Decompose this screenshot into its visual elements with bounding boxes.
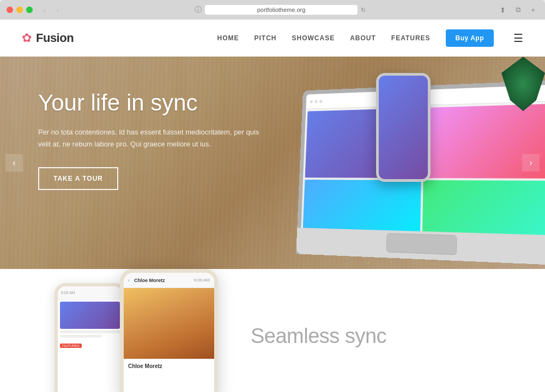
bottom-section: 9:00 AM FEATURED ‹ Chloe Moretz [0,269,545,392]
laptop-key [338,237,353,237]
laptop-key [475,240,493,240]
laptop-key [371,236,386,237]
sp-text-1 [60,330,120,333]
small-phone-time: 9:00 AM [61,291,75,295]
laptop-key [532,245,545,246]
nav-link-features[interactable]: FEATURES [391,34,431,42]
laptop-key [512,243,531,243]
laptop-key [338,238,353,239]
laptop-key [306,237,321,237]
large-phone-screen: ‹ Chloe Moretz 9:00 AM Chloe Moretz [124,273,214,392]
laptop-key [354,236,370,236]
laptop-key [512,241,531,242]
nav-link-showcase[interactable]: SHOWCASE [292,34,335,42]
laptop-key [354,237,370,237]
laptop-key [322,237,337,238]
screen-dot-1 [310,100,313,103]
laptop-key [457,242,474,242]
take-tour-button[interactable]: Take a tour [38,167,118,190]
lp-profile-info: Chloe Moretz [124,359,214,373]
laptop-key [371,239,386,240]
laptop-key [322,235,337,235]
lp-time: 9:00 AM [194,278,210,283]
small-phone-header: 9:00 AM [58,286,122,299]
laptop-key [306,236,321,236]
hero-content: Your life in sync Per no tota contention… [38,89,267,190]
lp-title: Chloe Moretz [134,278,165,283]
slider-prev-button[interactable]: ‹ [5,154,23,171]
buy-app-button[interactable]: Buy App [446,29,494,47]
laptop-key [457,240,474,241]
laptop-key [322,236,337,237]
laptop-key [532,242,545,242]
tab-overview-button[interactable]: ⧉ [512,4,523,15]
small-phone-screen: 9:00 AM FEATURED [58,286,122,392]
laptop-key [306,234,321,235]
laptop-key [371,240,386,240]
laptop-key [457,243,474,243]
sp-text-2 [60,335,102,338]
laptop-key [475,243,493,244]
laptop-key [512,244,531,245]
info-icon: ⓘ [195,5,202,15]
browser-actions: ⬆ ⧉ + [497,4,538,15]
laptop-key [354,238,370,239]
bottom-text-area: Seamless sync [251,324,512,348]
laptop-key [475,242,493,242]
laptop-key [494,240,512,241]
webpage: ✿ Fusion HOME PITCH SHOWCASE ABOUT FEATU… [0,20,545,392]
sp-badge: FEATURED [60,344,82,348]
laptop-key [494,242,512,243]
address-bar-container: ⓘ ↻ [68,5,493,15]
laptop-trackpad [386,233,457,255]
large-phone-header: ‹ Chloe Moretz 9:00 AM [124,273,214,288]
maximize-button[interactable] [26,7,33,13]
site-navigation: ✿ Fusion HOME PITCH SHOWCASE ABOUT FEATU… [0,20,545,57]
new-tab-button[interactable]: + [528,4,538,15]
close-button[interactable] [7,7,13,13]
lp-profile-image [124,288,214,359]
forward-button[interactable]: › [52,4,63,15]
screen-dot-3 [319,100,322,103]
nav-links: HOME PITCH SHOWCASE ABOUT FEATURES Buy A… [217,29,523,47]
plant-leaves [501,57,545,111]
laptop-key [338,236,353,237]
bottom-title: Seamless sync [251,324,512,348]
lp-back-icon: ‹ [128,278,130,283]
nav-link-about[interactable]: ABOUT [350,34,376,42]
hamburger-icon[interactable]: ☰ [513,32,523,45]
laptop-key [338,238,353,238]
sp-image [60,302,120,329]
refresh-icon[interactable]: ↻ [361,7,366,14]
hero-subtitle: Per no tota contentiones. Id has essent … [38,126,267,150]
back-button[interactable]: ‹ [39,4,50,15]
lp-profile-name: Chloe Moretz [128,363,210,369]
logo[interactable]: ✿ Fusion [22,31,74,45]
hero-section: Your life in sync Per no tota contention… [0,57,545,269]
laptop-key [371,237,386,238]
laptop-key [338,235,353,236]
browser-nav: ‹ › [39,4,63,15]
minimize-button[interactable] [16,7,23,13]
laptop-key [532,244,545,245]
address-input[interactable] [205,5,358,15]
phone-body [376,73,431,182]
laptop-key [457,239,475,240]
laptop-key [371,238,386,238]
phone-display-area: 9:00 AM FEATURED ‹ Chloe Moretz [33,269,218,392]
laptop-key [512,243,531,244]
screen-dot-2 [314,100,317,103]
plant-decoration [501,57,545,111]
nav-link-home[interactable]: HOME [217,34,239,42]
laptop-key [475,241,493,241]
laptop-key [322,238,337,238]
laptop-key [354,237,370,238]
laptop-key [322,236,337,236]
share-button[interactable]: ⬆ [497,4,508,15]
slider-next-button[interactable]: › [522,154,540,171]
laptop-key [457,241,474,241]
browser-titlebar: ‹ › ⓘ ↻ ⬆ ⧉ + [0,0,545,20]
laptop-key [475,242,493,243]
laptop-key [532,243,545,244]
nav-link-pitch[interactable]: PITCH [254,34,276,42]
